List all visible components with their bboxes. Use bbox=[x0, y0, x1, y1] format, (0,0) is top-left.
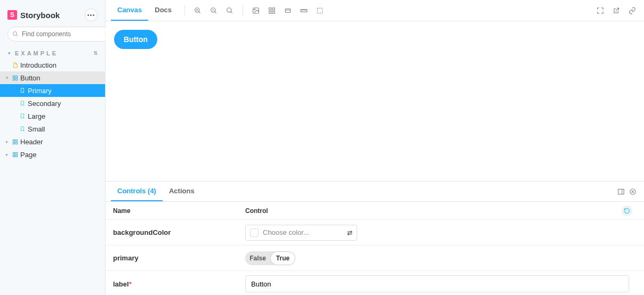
control-row-label: label* bbox=[106, 271, 644, 295]
swap-icon[interactable]: ⇄ bbox=[347, 229, 352, 236]
separator bbox=[243, 5, 243, 16]
reset-controls-button[interactable] bbox=[622, 206, 632, 216]
component-icon bbox=[12, 151, 18, 158]
svg-rect-28 bbox=[272, 11, 275, 13]
caret-right-icon: ▸ bbox=[4, 152, 10, 157]
addons-tabs: Controls (4) Actions bbox=[111, 182, 201, 201]
svg-rect-8 bbox=[13, 142, 14, 144]
tree-item-small[interactable]: Small bbox=[0, 122, 105, 135]
column-control: Control bbox=[245, 206, 637, 216]
zoom-in-button[interactable] bbox=[191, 4, 204, 17]
zoom-out-button[interactable] bbox=[207, 4, 220, 17]
brand-name: Storybook bbox=[20, 11, 60, 20]
outline-button[interactable] bbox=[313, 4, 326, 17]
tree-item-introduction[interactable]: Introduction bbox=[0, 59, 105, 71]
svg-rect-3 bbox=[15, 76, 17, 77]
tab-canvas[interactable]: Canvas bbox=[111, 0, 148, 21]
zoom-in-icon bbox=[194, 7, 202, 14]
svg-rect-27 bbox=[269, 11, 271, 13]
tree-label: Button bbox=[20, 74, 41, 82]
control-name: primary bbox=[113, 254, 245, 262]
color-placeholder: Choose color... bbox=[263, 228, 309, 236]
svg-rect-36 bbox=[317, 8, 322, 13]
addons-header: Controls (4) Actions bbox=[106, 182, 644, 202]
svg-point-0 bbox=[13, 32, 17, 36]
storybook-logo-icon: S bbox=[7, 10, 17, 20]
hide-addons-button[interactable] bbox=[627, 186, 639, 198]
search-wrap: / bbox=[0, 27, 105, 48]
svg-line-22 bbox=[231, 11, 232, 13]
outline-icon bbox=[316, 7, 324, 14]
svg-rect-13 bbox=[15, 155, 17, 157]
bookmark-icon bbox=[19, 126, 26, 132]
addons-panel: Controls (4) Actions Name Control backgr bbox=[106, 181, 644, 295]
search-input[interactable] bbox=[22, 30, 102, 38]
svg-rect-7 bbox=[15, 140, 17, 141]
grid-icon bbox=[268, 7, 276, 14]
svg-rect-11 bbox=[15, 152, 17, 154]
color-picker[interactable]: Choose color... ⇄ bbox=[245, 225, 357, 241]
component-icon bbox=[12, 75, 18, 81]
zoom-reset-button[interactable] bbox=[223, 4, 236, 17]
svg-rect-25 bbox=[269, 7, 271, 10]
brand[interactable]: S Storybook bbox=[7, 10, 60, 20]
svg-line-1 bbox=[17, 35, 18, 37]
tab-actions[interactable]: Actions bbox=[163, 182, 201, 201]
toggle-false[interactable]: False bbox=[245, 251, 270, 265]
search-box[interactable]: / bbox=[7, 27, 116, 42]
svg-rect-9 bbox=[15, 142, 17, 144]
preview-button[interactable]: Button bbox=[114, 30, 157, 49]
sort-icon[interactable]: ⇅ bbox=[93, 51, 98, 55]
external-link-icon bbox=[613, 7, 620, 14]
color-swatch-icon bbox=[250, 228, 259, 237]
tree-item-primary[interactable]: Primary bbox=[0, 84, 105, 97]
measure-button[interactable] bbox=[297, 4, 310, 17]
tree-label: Page bbox=[20, 151, 36, 159]
svg-rect-5 bbox=[15, 78, 17, 80]
zoom-reset-icon bbox=[226, 7, 234, 14]
separator bbox=[184, 5, 185, 16]
tree-item-large[interactable]: Large bbox=[0, 110, 105, 122]
tab-controls[interactable]: Controls (4) bbox=[111, 182, 163, 201]
boolean-toggle[interactable]: False True bbox=[245, 251, 295, 265]
bookmark-icon bbox=[19, 113, 26, 119]
tab-docs[interactable]: Docs bbox=[148, 0, 178, 21]
viewport-button[interactable] bbox=[281, 4, 294, 17]
toggle-true[interactable]: True bbox=[270, 251, 295, 265]
required-marker: * bbox=[129, 280, 132, 288]
svg-rect-4 bbox=[13, 78, 14, 80]
fullscreen-button[interactable] bbox=[594, 4, 607, 17]
tree-item-header[interactable]: ▸ Header bbox=[0, 135, 105, 148]
svg-line-15 bbox=[199, 11, 200, 13]
image-icon bbox=[252, 7, 260, 14]
change-orientation-button[interactable] bbox=[615, 186, 627, 198]
tree-label: Small bbox=[28, 125, 45, 133]
open-new-tab-button[interactable] bbox=[610, 4, 623, 17]
section-header[interactable]: ▾ EXAMPLE ⇅ bbox=[0, 48, 105, 59]
control-row-primary: primary False True bbox=[106, 245, 644, 271]
canvas: Button bbox=[106, 21, 644, 181]
bookmark-icon bbox=[19, 87, 26, 94]
document-icon bbox=[12, 62, 18, 68]
close-circle-icon bbox=[629, 188, 637, 195]
section-title: EXAMPLE bbox=[15, 50, 58, 56]
tree-item-secondary[interactable]: Secondary bbox=[0, 97, 105, 110]
tree-item-button[interactable]: ▾ Button bbox=[0, 71, 105, 84]
copy-link-button[interactable] bbox=[626, 4, 639, 17]
grid-button[interactable] bbox=[265, 4, 278, 17]
ruler-icon bbox=[300, 7, 308, 14]
svg-rect-26 bbox=[272, 7, 275, 10]
sidebar-menu-button[interactable]: ••• bbox=[85, 9, 98, 21]
label-input[interactable] bbox=[245, 275, 629, 292]
caret-down-icon: ▾ bbox=[4, 75, 10, 80]
tree-item-page[interactable]: ▸ Page bbox=[0, 148, 105, 161]
tree-label: Secondary bbox=[28, 100, 61, 108]
search-icon bbox=[12, 31, 19, 37]
svg-line-19 bbox=[215, 11, 216, 13]
tree: Introduction ▾ Button Primary Secondary bbox=[0, 59, 105, 161]
fullscreen-icon bbox=[597, 7, 604, 14]
svg-point-21 bbox=[227, 7, 231, 12]
tree-label: Large bbox=[28, 112, 45, 120]
bookmark-icon bbox=[19, 100, 26, 106]
background-button[interactable] bbox=[249, 4, 262, 17]
